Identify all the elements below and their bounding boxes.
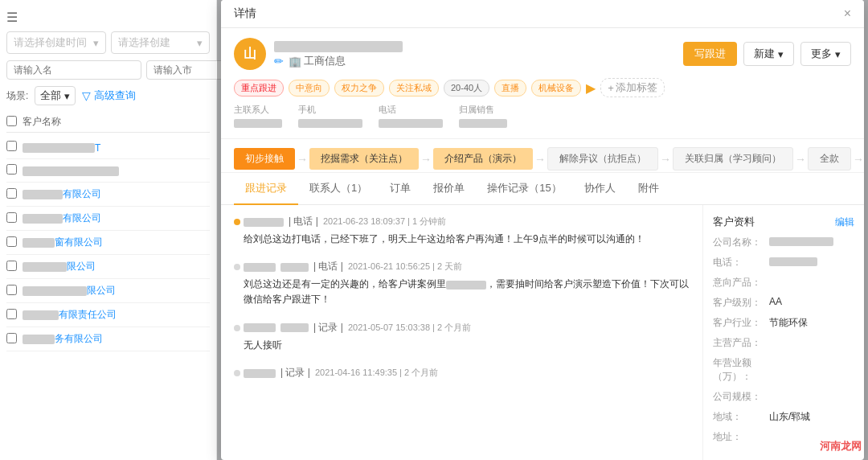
date-picker-2[interactable]: 请选择创建 ▾ [111,31,211,54]
select-all-checkbox[interactable] [6,116,17,126]
info-phone: 电话： [713,256,854,269]
tab-contacts[interactable]: 联系人（1） [298,173,379,205]
row-checkbox-4[interactable] [6,212,17,223]
stage-0[interactable]: 初步接触 [234,148,295,170]
info-intent-product: 意向产品： [713,276,854,290]
feed-area: | 电话 | 2021-06-23 18:09:37 | 1 分钟前 给刘总这边… [221,205,703,460]
row-checkbox-5[interactable] [6,236,17,247]
edit-icon[interactable]: ✏ [274,55,284,68]
feed-dot-4 [234,370,240,376]
table-row[interactable]: 限公司 [6,279,210,303]
detail-panel: 详情 × 山 ✏ 🏢 工商信息 [221,0,864,460]
search-input-name[interactable] [6,60,141,80]
stage-3[interactable]: 解除异议（抗拒点） [547,147,658,170]
customer-info-sidebar: 客户资料 编辑 公司名称： 电话： 意向产品： [703,205,864,460]
contact-primary-value [234,117,282,129]
feed-type-3: | 记录 | [313,321,343,335]
tab-quotes[interactable]: 报价单 [422,173,476,205]
table-row[interactable] [6,159,210,183]
stage-5[interactable]: 全款 [808,147,851,170]
tab-followup[interactable]: 跟进记录 [234,173,298,205]
more-tags-icon[interactable]: ▶ [586,80,596,96]
content-split: | 电话 | 2021-06-23 18:09:37 | 1 分钟前 给刘总这边… [221,205,864,460]
tag-4[interactable]: 20-40人 [444,80,489,97]
add-tag-button[interactable]: + 添加标签 [600,78,665,97]
stage-1[interactable]: 挖掘需求（关注点） [309,148,419,170]
date-picker-1[interactable]: 请选择创建时间 ▾ [6,31,106,54]
contact-sales: 归属销售 [459,104,507,129]
contact-phone-label: 电话 [379,104,443,116]
contact-sales-value [459,117,507,129]
row-checkbox-8[interactable] [6,309,17,319]
info-client-level: 客户级别： AA [713,296,854,310]
tag-5[interactable]: 直播 [494,80,526,97]
feed-user-3 [244,322,276,333]
row-checkbox-6[interactable] [6,261,17,271]
filter-select[interactable]: 全部 ▾ [35,86,76,105]
company-top: 山 ✏ 🏢 工商信息 [234,38,851,70]
contact-mobile-label: 手机 [298,104,362,116]
tag-0[interactable]: 重点跟进 [234,80,284,97]
contact-sales-label: 归属销售 [459,104,507,116]
feed-type-2: | 电话 | [313,260,343,273]
stage-arrow-5: → [853,153,864,166]
feed-content-3: 无人接听 [244,338,690,353]
customer-info-title: 客户资料 编辑 [713,215,854,229]
company-name-area: ✏ 🏢 工商信息 [274,39,675,68]
row-checkbox-1[interactable] [6,141,17,151]
sidebar-header: ☰ [6,6,210,31]
tags-row: 重点跟进 中意向 权力之争 关注私域 20-40人 直播 机械设备 ▶ + 添加… [234,78,851,97]
info-company-name: 公司名称： [713,236,854,249]
feed-header-3: | 记录 | 2021-05-07 15:03:38 | 2 个月前 [244,321,690,335]
row-checkbox-3[interactable] [6,188,17,199]
customer-info-edit[interactable]: 编辑 [835,216,854,229]
stage-arrow-0: → [297,153,308,166]
table-row[interactable]: 有限公司 [6,207,210,231]
company-header: 山 ✏ 🏢 工商信息 [221,28,864,139]
contact-primary: 主联系人 [234,104,282,129]
info-company-size: 公司规模： [713,390,854,404]
stage-steps: 初步接触 → 挖掘需求（关注点） → 介绍产品（演示） → 解除异议（抗拒点） … [234,147,851,170]
col-name-header: 客户名称 [23,115,210,129]
calendar-icon-2: ▾ [197,37,203,49]
search-inputs [6,60,210,80]
tab-orders[interactable]: 订单 [379,173,422,205]
stage-arrow-2: → [534,153,546,166]
tag-2[interactable]: 权力之争 [334,80,384,97]
contact-phone: 电话 [379,104,443,129]
row-checkbox-2[interactable] [6,164,17,175]
more-button[interactable]: 更多 ▾ [800,42,851,66]
close-button[interactable]: × [844,6,851,21]
row-checkbox-9[interactable] [6,333,17,343]
tab-attachments[interactable]: 附件 [627,173,670,205]
stage-4[interactable]: 关联归属（学习顾问） [673,147,793,170]
info-revenue: 年营业额（万）： [713,356,854,384]
menu-icon[interactable]: ☰ [6,10,18,25]
date-pickers: 请选择创建时间 ▾ 请选择创建 ▾ [6,31,210,54]
company-name [274,39,675,52]
company-actions: 写跟进 新建 ▾ 更多 ▾ [683,42,851,66]
feed-user-4 [244,367,276,378]
tab-operations[interactable]: 操作记录（15） [476,173,572,205]
table-row[interactable]: 有限责任公司 [6,303,210,327]
feed-item-1: | 电话 | 2021-06-23 18:09:37 | 1 分钟前 给刘总这边… [234,215,690,247]
write-followup-button[interactable]: 写跟进 [683,42,737,66]
advanced-filter-button[interactable]: ▽ 高级查询 [82,88,136,103]
table-row[interactable]: T [6,136,210,159]
row-checkbox-7[interactable] [6,285,17,295]
chevron-down-icon-more: ▾ [835,48,841,60]
table-row[interactable]: 限公司 [6,255,210,279]
table-row[interactable]: 务有限公司 [6,327,210,351]
info-main-product: 主营产品： [713,336,854,350]
tab-collaborators[interactable]: 协作人 [573,173,627,205]
tag-6[interactable]: 机械设备 [531,80,581,97]
table-row[interactable]: 窗有限公司 [6,231,210,255]
tag-1[interactable]: 中意向 [289,80,330,97]
tag-3[interactable]: 关注私域 [389,80,439,97]
stage-2[interactable]: 介绍产品（演示） [433,148,533,170]
new-button[interactable]: 新建 ▾ [743,42,794,66]
table-row[interactable]: 有限公司 [6,183,210,207]
detail-title: 详情 [234,6,256,21]
feed-header-2: | 电话 | 2021-06-21 10:56:25 | 2 天前 [244,260,690,273]
info-address: 地址： [713,430,854,444]
